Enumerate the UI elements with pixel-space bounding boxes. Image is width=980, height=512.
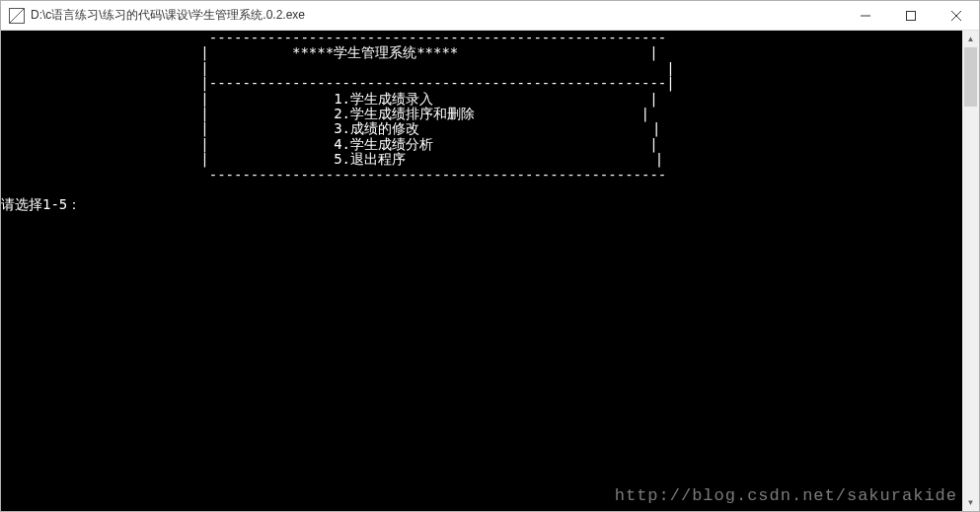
- close-button[interactable]: [934, 1, 979, 30]
- minimize-button[interactable]: [843, 1, 888, 30]
- vertical-scrollbar[interactable]: ▲ ▼: [962, 31, 979, 511]
- titlebar: D:\c语言练习\练习的代码\课设\学生管理系统.0.2.exe: [1, 1, 979, 31]
- scroll-up-icon[interactable]: ▲: [962, 31, 979, 47]
- window-title: D:\c语言练习\练习的代码\课设\学生管理系统.0.2.exe: [31, 7, 843, 24]
- scroll-track[interactable]: [962, 47, 979, 494]
- maximize-button[interactable]: [888, 1, 934, 30]
- window-controls: [843, 1, 979, 30]
- menu-item-4: | 4.学生成绩分析 |: [1, 136, 658, 152]
- input-prompt: 请选择1-5：: [1, 196, 81, 212]
- console-window: D:\c语言练习\练习的代码\课设\学生管理系统.0.2.exe -------…: [0, 0, 980, 512]
- console-output[interactable]: ----------------------------------------…: [1, 31, 963, 511]
- menu-blank-line: | |: [1, 60, 675, 76]
- scroll-thumb[interactable]: [964, 47, 977, 107]
- menu-title-line: | *****学生管理系统***** |: [1, 44, 658, 60]
- menu-item-2: | 2.学生成绩排序和删除 |: [1, 106, 649, 121]
- menu-border-top: ----------------------------------------…: [1, 31, 666, 45]
- app-icon: [9, 8, 25, 24]
- menu-item-1: | 1.学生成绩录入 |: [1, 91, 658, 107]
- menu-item-3: | 3.成绩的修改 |: [1, 120, 660, 136]
- menu-separator: |---------------------------------------…: [1, 75, 675, 91]
- svg-rect-1: [907, 11, 916, 20]
- scroll-down-icon[interactable]: ▼: [962, 494, 979, 511]
- menu-item-5: | 5.退出程序 |: [1, 151, 663, 167]
- console-area: ----------------------------------------…: [1, 31, 979, 511]
- menu-border-bottom: ----------------------------------------…: [1, 167, 666, 183]
